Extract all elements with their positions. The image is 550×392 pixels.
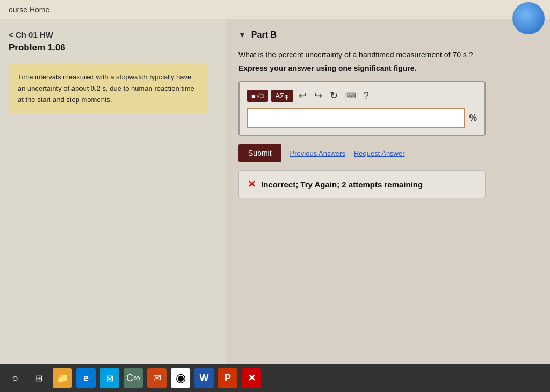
powerpoint-icon[interactable]: P xyxy=(218,368,237,388)
chrome-icon[interactable]: ◉ xyxy=(171,368,190,388)
answer-container: ■ √□ ΑΣφ ↩ ↪ ↻ ⌨ ? % xyxy=(238,81,486,136)
submit-row: Submit Previous Answers Request Answer xyxy=(238,144,537,162)
refresh-button[interactable]: ↻ xyxy=(328,89,340,103)
taskbar: ○ ⊞ 📁 e ⊠ C∞ ✉ ◉ W P ✕ xyxy=(0,364,550,392)
box-button[interactable]: ■ √□ xyxy=(247,90,268,102)
part-b-label: Part B xyxy=(251,30,277,40)
greek-button[interactable]: ΑΣφ xyxy=(271,90,293,102)
chapter-link[interactable]: < Ch 01 HW xyxy=(9,30,217,39)
input-row: % xyxy=(247,108,477,128)
windows-button[interactable]: ○ xyxy=(5,368,25,388)
file-explorer-icon[interactable]: 📁 xyxy=(53,368,72,388)
redo-button[interactable]: ↪ xyxy=(312,89,324,103)
main-content: < Ch 01 HW Problem 1.06 Time intervals m… xyxy=(0,19,550,364)
windows-store-icon[interactable]: ⊠ xyxy=(100,368,119,388)
media-icon[interactable]: C∞ xyxy=(124,368,143,388)
answer-input[interactable] xyxy=(247,108,465,128)
feedback-box: ✕ Incorrect; Try Again; 2 attempts remai… xyxy=(238,170,486,198)
left-panel: < Ch 01 HW Problem 1.06 Time intervals m… xyxy=(0,19,226,364)
sig-fig-instruction: Express your answer using one significan… xyxy=(238,64,537,72)
submit-button[interactable]: Submit xyxy=(238,144,281,162)
incorrect-icon: ✕ xyxy=(248,178,256,190)
edge-browser-icon[interactable]: e xyxy=(76,368,96,388)
sqrt-icon: √□ xyxy=(257,92,264,99)
box-icon: ■ xyxy=(251,92,256,100)
request-answer-link[interactable]: Request Answer xyxy=(354,149,405,157)
excel-icon[interactable]: ✕ xyxy=(242,368,261,388)
part-b-header: ▼ Part B xyxy=(238,30,537,40)
keyboard-button[interactable]: ⌨ xyxy=(343,90,358,101)
greek-label: ΑΣφ xyxy=(276,92,289,100)
taskbar-search-icon[interactable]: ⊞ xyxy=(29,368,48,388)
help-button[interactable]: ? xyxy=(361,89,371,103)
collapse-arrow-icon[interactable]: ▼ xyxy=(238,31,246,39)
info-text: Time intervals measured with a stopwatch… xyxy=(18,73,194,104)
undo-button[interactable]: ↩ xyxy=(296,89,309,103)
course-home-title: ourse Home xyxy=(9,5,49,14)
right-panel: ▼ Part B What is the percent uncertainty… xyxy=(226,19,550,364)
problem-title: Problem 1.06 xyxy=(9,42,217,53)
previous-answers-link[interactable]: Previous Answers xyxy=(290,149,345,157)
top-bar: ourse Home xyxy=(0,0,550,19)
blue-circle-decoration xyxy=(512,2,545,34)
percent-label: % xyxy=(469,113,477,123)
mail-icon[interactable]: ✉ xyxy=(147,368,167,388)
question-text: What is the percent uncertainty of a han… xyxy=(238,49,537,61)
feedback-text: Incorrect; Try Again; 2 attempts remaini… xyxy=(261,180,423,189)
math-toolbar: ■ √□ ΑΣφ ↩ ↪ ↻ ⌨ ? xyxy=(247,89,477,103)
info-box: Time intervals measured with a stopwatch… xyxy=(9,64,207,113)
word-icon[interactable]: W xyxy=(194,368,214,388)
